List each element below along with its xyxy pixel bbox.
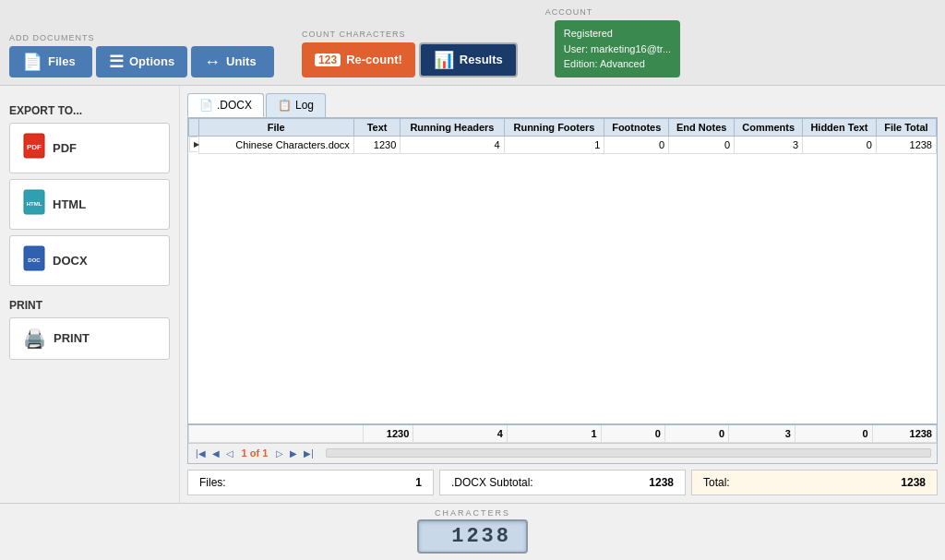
print-label: PRINT bbox=[9, 299, 170, 312]
docx-button[interactable]: DOC DOCX bbox=[9, 235, 170, 286]
print-button[interactable]: 🖨️ PRINT bbox=[9, 317, 170, 360]
print-button-label: PRINT bbox=[54, 331, 90, 345]
col-header-ht: Hidden Text bbox=[803, 118, 877, 136]
units-button-label: Units bbox=[226, 54, 257, 68]
toolbar: ADD DOCUMENTS 📄 Files ☰ Options ↔ Units … bbox=[0, 0, 945, 86]
docx-icon: DOC bbox=[23, 245, 45, 276]
recount-icon: 123 bbox=[315, 54, 341, 66]
col-header-fn: Footnotes bbox=[604, 118, 669, 136]
subtotal-label: .DOCX Subtotal: bbox=[451, 476, 533, 489]
pdf-button[interactable]: PDF PDF bbox=[9, 123, 170, 173]
row-cm: 3 bbox=[735, 136, 803, 153]
lcd-display: 1238 bbox=[417, 519, 528, 554]
total-label: Total: bbox=[703, 476, 730, 489]
main-content: EXPORT TO... PDF PDF HTML HTML bbox=[0, 86, 945, 503]
account-registered: Registered bbox=[564, 26, 671, 42]
svg-text:PDF: PDF bbox=[27, 143, 42, 151]
files-summary: Files: 1 bbox=[187, 470, 434, 495]
tabs: 📄 .DOCX 📋 Log bbox=[187, 93, 938, 117]
col-header-en: End Notes bbox=[669, 118, 735, 136]
files-button[interactable]: 📄 Files bbox=[9, 46, 92, 77]
options-button[interactable]: ☰ Options bbox=[96, 46, 187, 77]
add-documents-label: ADD DOCUMENTS bbox=[9, 33, 95, 42]
col-header-file: File bbox=[198, 118, 353, 136]
account-box: Registered User: marketing16@tr... Editi… bbox=[555, 20, 680, 77]
row-ht: 0 bbox=[803, 136, 877, 153]
subtotal-summary: .DOCX Subtotal: 1238 bbox=[439, 470, 686, 495]
col-header-rf: Running Footers bbox=[504, 118, 604, 136]
totals-ft: 1238 bbox=[872, 424, 936, 443]
pagination: |◀ ◀ ◁ 1 of 1 ▷ ▶ ▶| bbox=[188, 443, 937, 463]
total-value: 1238 bbox=[901, 476, 926, 489]
account-section: ACCOUNT Registered User: marketing16@tr.… bbox=[545, 7, 680, 77]
totals-text: 1230 bbox=[364, 424, 413, 443]
bottom-bar: CHARACTERS 1238 bbox=[0, 503, 945, 558]
svg-text:DOC: DOC bbox=[28, 257, 41, 263]
results-button[interactable]: 📊 Results bbox=[419, 42, 518, 77]
col-header-arrow bbox=[189, 118, 199, 136]
row-text: 1230 bbox=[353, 136, 400, 153]
docx-tab-icon: 📄 bbox=[199, 99, 213, 112]
row-rf: 1 bbox=[504, 136, 604, 153]
files-icon: 📄 bbox=[22, 54, 42, 70]
export-label: EXPORT TO... bbox=[9, 104, 170, 117]
count-characters-section: COUNT CHARACTERS 123 Re-count! 📊 Results bbox=[302, 30, 518, 77]
units-icon: ↔ bbox=[204, 54, 221, 70]
page-first-button[interactable]: |◀ bbox=[194, 447, 208, 459]
recount-button[interactable]: 123 Re-count! bbox=[302, 42, 415, 77]
totals-ht: 0 bbox=[795, 424, 872, 443]
account-user: User: marketing16@tr... bbox=[564, 42, 671, 57]
units-button[interactable]: ↔ Units bbox=[191, 46, 274, 77]
results-table: File Text Running Headers Running Footer… bbox=[188, 118, 937, 154]
col-header-text: Text bbox=[353, 118, 400, 136]
page-prev-small-button[interactable]: ◁ bbox=[224, 447, 235, 459]
row-en: 0 bbox=[669, 136, 735, 153]
page-next-button[interactable]: ▶ bbox=[288, 447, 299, 459]
tab-log-label: Log bbox=[295, 99, 314, 112]
characters-label: CHARACTERS bbox=[435, 508, 510, 518]
tab-docx[interactable]: 📄 .DOCX bbox=[187, 93, 264, 117]
files-button-label: Files bbox=[48, 54, 76, 68]
options-icon: ☰ bbox=[109, 54, 124, 70]
col-header-cm: Comments bbox=[735, 118, 803, 136]
totals-cm: 3 bbox=[729, 424, 795, 443]
svg-text:HTML: HTML bbox=[27, 201, 42, 207]
html-button[interactable]: HTML HTML bbox=[9, 179, 170, 230]
options-button-label: Options bbox=[129, 54, 174, 68]
tab-docx-label: .DOCX bbox=[217, 99, 252, 112]
tab-log[interactable]: 📋 Log bbox=[266, 93, 326, 117]
table-scroll[interactable]: File Text Running Headers Running Footer… bbox=[188, 118, 937, 423]
totals-table: 1230 4 1 0 0 3 0 1238 bbox=[188, 423, 937, 443]
docx-button-label: DOCX bbox=[53, 254, 88, 268]
pdf-button-label: PDF bbox=[53, 141, 77, 155]
log-tab-icon: 📋 bbox=[278, 99, 292, 112]
total-summary: Total: 1238 bbox=[691, 470, 938, 495]
add-documents-buttons: 📄 Files ☰ Options ↔ Units bbox=[9, 46, 274, 77]
subtotal-value: 1238 bbox=[649, 476, 674, 489]
add-documents-section: ADD DOCUMENTS 📄 Files ☰ Options ↔ Units bbox=[9, 33, 274, 77]
print-icon: 🖨️ bbox=[23, 328, 46, 350]
totals-rf: 1 bbox=[507, 424, 601, 443]
table-wrapper: File Text Running Headers Running Footer… bbox=[187, 117, 938, 464]
results-icon: 📊 bbox=[434, 52, 454, 68]
files-count: 1 bbox=[415, 476, 422, 489]
totals-fn: 0 bbox=[601, 424, 664, 443]
horizontal-scrollbar[interactable] bbox=[326, 448, 931, 458]
totals-rh: 4 bbox=[413, 424, 508, 443]
table-row[interactable]: ▶ Chinese Characters.docx 1230 4 1 0 0 3… bbox=[189, 136, 937, 153]
page-last-button[interactable]: ▶| bbox=[302, 447, 316, 459]
row-fn: 0 bbox=[604, 136, 669, 153]
count-characters-label: COUNT CHARACTERS bbox=[302, 30, 405, 39]
col-header-ft: File Total bbox=[876, 118, 936, 136]
pdf-icon: PDF bbox=[23, 133, 45, 163]
files-label: Files: bbox=[199, 476, 226, 489]
col-header-rh: Running Headers bbox=[401, 118, 504, 136]
page-next-small-button[interactable]: ▷ bbox=[274, 447, 285, 459]
totals-en: 0 bbox=[664, 424, 728, 443]
sidebar: EXPORT TO... PDF PDF HTML HTML bbox=[0, 86, 180, 503]
content-area: 📄 .DOCX 📋 Log File Text Running Headers bbox=[180, 86, 945, 503]
row-ft: 1238 bbox=[876, 136, 936, 153]
row-expand-icon: ▶ bbox=[194, 140, 199, 149]
html-icon: HTML bbox=[23, 189, 45, 220]
page-prev-button[interactable]: ◀ bbox=[210, 447, 221, 459]
